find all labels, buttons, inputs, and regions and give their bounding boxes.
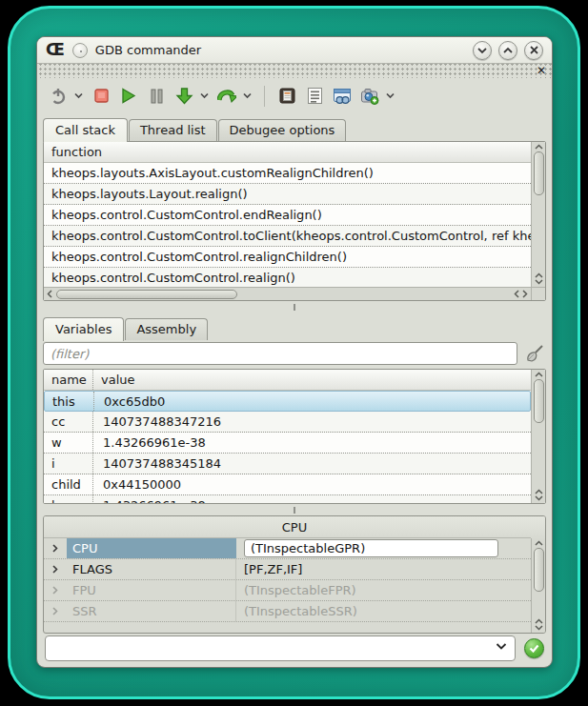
scroll-down-icon[interactable] [535, 625, 543, 631]
variable-row[interactable]: this 0xc65db0 [44, 391, 531, 412]
callstack-row[interactable]: kheops.control.CustomControl.realignChil… [44, 247, 531, 268]
scroll-up-icon[interactable] [535, 144, 543, 150]
scroll-up-icon[interactable] [535, 540, 543, 546]
step-into-icon [175, 87, 193, 105]
send-command-button[interactable] [524, 638, 544, 658]
cpu-register-row[interactable]: SSR (TInspectableSSR) [44, 601, 531, 622]
expand-chevron-icon[interactable] [44, 586, 67, 595]
scroll-up-icon[interactable] [535, 489, 543, 494]
expand-chevron-icon[interactable] [44, 607, 67, 615]
add-snapshot-button[interactable] [359, 86, 380, 107]
run-button[interactable] [118, 86, 139, 107]
tab-variables[interactable]: Variables [43, 317, 124, 341]
add-snapshot-dropdown-button[interactable] [384, 86, 395, 107]
scroll-up-icon[interactable] [535, 618, 543, 624]
cpu-register-row[interactable]: FLAGS [PF,ZF,IF] [44, 559, 531, 580]
dock-grip-bar[interactable]: ✕ [37, 64, 552, 78]
close-icon [530, 46, 538, 54]
cpu-vertical-scrollbar[interactable] [531, 538, 545, 633]
callstack-row[interactable]: kheops.control.CustomControl.endRealign(… [44, 205, 531, 226]
chevron-down-icon [477, 47, 487, 54]
close-button[interactable] [524, 41, 543, 60]
watch-window-icon [333, 88, 352, 105]
scrollbar-thumb[interactable] [534, 151, 544, 195]
variable-row[interactable]: child 0x44150000 [44, 474, 531, 495]
chevron-down-icon[interactable] [496, 642, 507, 651]
variable-row[interactable]: w 1.43266961e-38 [44, 433, 531, 454]
scroll-left-icon[interactable] [514, 290, 519, 298]
variable-row[interactable]: i 140737488345184 [44, 454, 531, 474]
gdb-command-combobox[interactable] [45, 635, 516, 661]
tab-call-stack[interactable]: Call stack [43, 118, 128, 142]
scrollbar-thumb[interactable] [534, 379, 544, 423]
splitter[interactable] [37, 504, 552, 515]
scrollbar-corner [531, 287, 545, 300]
pin-button[interactable] [72, 43, 88, 58]
callstack-rows: kheops.layouts.AxisLayout.customRealignC… [44, 163, 531, 287]
power-dropdown-button[interactable] [72, 86, 84, 107]
stop-button[interactable] [91, 86, 112, 107]
scrollbar-thumb[interactable] [56, 290, 237, 299]
pause-button[interactable] [146, 86, 167, 107]
scroll-up-icon[interactable] [535, 272, 543, 278]
power-button[interactable] [48, 86, 69, 107]
scroll-down-icon[interactable] [535, 495, 543, 501]
cpu-value-field[interactable]: (TInspectableGPR) [244, 539, 498, 557]
column-value[interactable]: value [93, 370, 143, 390]
expand-chevron-icon[interactable] [44, 544, 67, 553]
scroll-right-icon[interactable] [522, 290, 528, 298]
column-name[interactable]: name [44, 370, 93, 390]
check-icon [529, 644, 539, 653]
chevron-down-icon [386, 92, 395, 99]
tab-debugee-options[interactable]: Debugee options [218, 119, 347, 141]
minimize-button[interactable] [473, 41, 492, 60]
cpu-view-button[interactable] [276, 86, 297, 107]
variable-row[interactable]: cc 140737488347216 [44, 412, 531, 433]
callstack-vertical-scrollbar[interactable] [531, 142, 545, 287]
splitter[interactable] [37, 301, 552, 313]
cpu-register-row[interactable]: CPU (TInspectableGPR) [44, 538, 531, 559]
command-row [37, 634, 552, 668]
titlebar[interactable]: Œ GDB commander [37, 37, 552, 64]
step-into-button[interactable] [173, 86, 194, 107]
run-icon [121, 88, 136, 104]
expand-chevron-icon[interactable] [44, 565, 67, 574]
callstack-row[interactable]: kheops.control.CustomControl.toClient(kh… [44, 226, 531, 247]
filter-row [37, 340, 552, 369]
broom-icon [525, 344, 544, 363]
callstack-column-header[interactable]: function [44, 142, 545, 163]
callstack-horizontal-scrollbar[interactable] [44, 287, 531, 300]
inspector-tabbar: Variables Assembly [37, 313, 552, 340]
dock-close-icon[interactable]: ✕ [537, 64, 546, 78]
variable-row[interactable]: h 1.43266961e-38 [44, 495, 531, 503]
scroll-up-icon[interactable] [535, 372, 543, 377]
step-over-button[interactable] [216, 86, 237, 107]
callstack-row[interactable]: kheops.layouts.AxisLayout.customRealignC… [44, 163, 531, 184]
scrollbar-thumb[interactable] [534, 548, 544, 592]
callstack-row[interactable]: kheops.layouts.Layout.realign() [44, 184, 531, 205]
filter-input[interactable] [43, 342, 517, 365]
cpu-register-row[interactable]: FPU (TInspectableFPR) [44, 580, 531, 601]
maximize-button[interactable] [498, 41, 517, 60]
chevron-up-icon [503, 47, 513, 54]
variables-header[interactable]: name value [44, 370, 545, 391]
debug-toolbar [37, 78, 552, 113]
variables-vertical-scrollbar[interactable] [531, 370, 545, 503]
clear-filter-button[interactable] [523, 342, 546, 365]
tab-assembly[interactable]: Assembly [125, 318, 208, 340]
toolbar-separator [264, 86, 265, 107]
power-icon [50, 88, 67, 105]
cpu-chip-icon [278, 87, 296, 105]
watch-window-button[interactable] [332, 86, 353, 107]
chevron-down-icon [200, 92, 209, 99]
document-list-icon [307, 87, 323, 105]
step-into-dropdown-button[interactable] [198, 86, 210, 107]
cpu-table: CPU (TInspectableGPR) FLAGS [PF,ZF,IF] F… [44, 537, 531, 633]
cpu-group-title: CPU [44, 516, 545, 537]
callstack-row[interactable]: kheops.control.CustomControl.realign() [44, 268, 531, 287]
scroll-down-icon[interactable] [535, 279, 543, 285]
step-over-dropdown-button[interactable] [241, 86, 253, 107]
output-list-button[interactable] [304, 86, 325, 107]
tab-thread-list[interactable]: Thread list [129, 119, 217, 141]
scroll-left-icon[interactable] [44, 290, 52, 298]
